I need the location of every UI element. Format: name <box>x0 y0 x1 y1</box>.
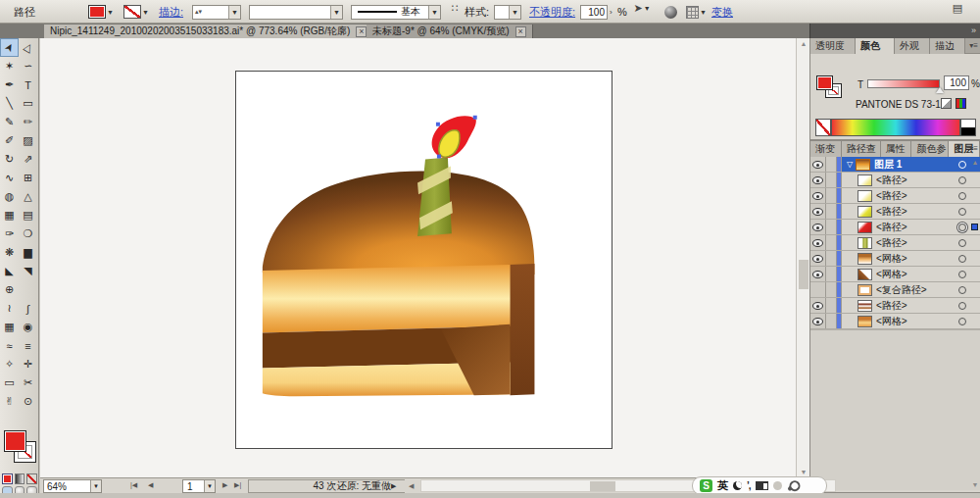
tint-slider[interactable] <box>867 79 940 88</box>
target-circle-icon[interactable] <box>958 255 966 263</box>
scroll-down-icon[interactable]: ▼ <box>797 469 810 475</box>
visibility-toggle[interactable] <box>810 235 826 250</box>
symbol-sprayer-tool-icon[interactable]: ❋ <box>0 243 19 262</box>
vertical-scrollbar[interactable]: ▲ ▼ <box>796 38 809 477</box>
scroll-up-icon[interactable]: ▲ <box>970 159 980 166</box>
recolor-artwork-icon[interactable] <box>664 0 677 24</box>
visibility-toggle[interactable] <box>810 173 826 187</box>
lock-toggle[interactable] <box>826 267 837 281</box>
close-icon[interactable]: × <box>356 26 367 37</box>
rotate-tool-icon[interactable]: ↻ <box>0 150 19 169</box>
white-black-swatches[interactable] <box>960 119 976 136</box>
live-paint-bucket-tool-icon[interactable]: ◣ <box>0 262 19 280</box>
object-row[interactable]: <路径> <box>810 220 980 235</box>
hand-tool-icon[interactable]: ✌ <box>0 392 19 411</box>
object-row[interactable]: <路径> <box>810 188 980 204</box>
first-artboard-icon[interactable]: |◀ <box>130 481 137 489</box>
artboard-number-field[interactable]: 1▼ <box>182 479 216 493</box>
tab-document-2[interactable]: 未标题-9* @ 64% (CMYK/预览) × <box>367 25 533 38</box>
perspective-grid-tool-icon[interactable]: △ <box>19 187 37 206</box>
object-row[interactable]: <路径> <box>810 235 980 251</box>
tab-color-guide[interactable]: 颜色参 <box>911 141 949 157</box>
zoom-level-combo[interactable]: 64%▼ <box>43 479 102 493</box>
layer-row[interactable]: ▽图层 1 <box>810 157 980 173</box>
gradient-button[interactable] <box>15 473 25 484</box>
keyboard-icon[interactable] <box>756 481 768 490</box>
visibility-toggle[interactable] <box>810 188 826 203</box>
shape-builder-tool-icon[interactable]: ◍ <box>0 187 19 206</box>
free-transform-tool-icon[interactable]: ⊞ <box>19 169 37 187</box>
scale-tool-icon[interactable]: ⇗ <box>19 150 37 169</box>
type-tool-icon[interactable]: T <box>19 75 37 94</box>
object-row[interactable]: <路径> <box>810 173 980 188</box>
tab-stroke[interactable]: 描边 <box>930 38 965 54</box>
rectangle-tool-icon[interactable]: ▭ <box>19 94 37 113</box>
object-row[interactable]: <网格> <box>810 251 980 267</box>
tab-appearance[interactable]: 外观 <box>895 38 930 54</box>
scroll-down-icon[interactable]: ▼ <box>970 481 980 488</box>
artboard-tool-icon[interactable]: ▭ <box>0 374 19 392</box>
panel-fill-stroke[interactable] <box>816 75 846 103</box>
mesh-tool-icon[interactable]: ▦ <box>0 206 19 224</box>
ime-skin-icon[interactable] <box>773 481 782 490</box>
next-artboard-icon[interactable]: ▶ <box>222 481 227 489</box>
live-paint-selection-tool-icon[interactable]: ◥ <box>19 262 37 280</box>
direct-selection-tool-icon[interactable]: ▷ <box>19 38 37 57</box>
scrollbar-thumb[interactable] <box>799 260 808 289</box>
paintbrush-tool-icon[interactable]: ✎ <box>0 113 19 131</box>
width-tool-icon[interactable]: ∿ <box>0 169 19 187</box>
opacity-link[interactable]: 不透明度: <box>529 0 575 24</box>
eyedropper-sample-tool-icon[interactable]: ✧ <box>0 355 19 374</box>
scroll-left-icon[interactable]: ◀ <box>409 482 414 490</box>
object-row[interactable]: <复合路径> <box>810 282 980 298</box>
visibility-toggle[interactable] <box>810 220 826 234</box>
tab-attributes[interactable]: 属性 <box>881 141 912 157</box>
brush-definition-combo[interactable]: 基本 ▼ <box>351 0 441 24</box>
spot-color-icon[interactable] <box>956 98 966 109</box>
none-button[interactable] <box>26 473 37 484</box>
lock-toggle[interactable] <box>826 235 837 250</box>
target-circle-icon[interactable] <box>958 302 966 310</box>
scroll-up-icon[interactable]: ▲ <box>797 40 810 47</box>
visibility-toggle[interactable] <box>810 314 826 328</box>
lock-toggle[interactable] <box>826 204 837 219</box>
scrollbar-thumb[interactable] <box>590 481 615 491</box>
select-similar-icon[interactable]: ➤▼ <box>633 0 651 17</box>
tab-pathfinder[interactable]: 路径查 <box>842 141 881 157</box>
expand-triangle-icon[interactable]: ▽ <box>844 160 856 169</box>
selection-tool-icon[interactable]: ➤ <box>0 38 19 57</box>
lock-toggle[interactable] <box>826 188 837 203</box>
close-icon[interactable]: × <box>515 26 526 37</box>
target-circle-icon[interactable] <box>958 286 966 294</box>
fill-swatch[interactable] <box>4 430 26 452</box>
panel-menu-icon[interactable]: ▾≡ <box>969 41 978 50</box>
moon-icon[interactable] <box>733 481 742 490</box>
tab-color[interactable]: 颜色 <box>856 38 895 54</box>
color-spectrum-bar[interactable] <box>831 119 960 136</box>
target-circle-icon[interactable] <box>958 161 966 169</box>
style-combo[interactable]: ▼ <box>494 0 521 24</box>
ime-language-toggle[interactable]: 英 <box>717 478 728 493</box>
fill-color-swatch[interactable]: ▼ <box>88 0 114 24</box>
visibility-toggle[interactable] <box>810 204 826 219</box>
wrench-icon[interactable] <box>787 480 798 491</box>
visibility-toggle[interactable] <box>810 298 826 313</box>
target-circle-icon[interactable] <box>958 271 966 278</box>
opacity-field[interactable]: 100 <box>580 0 608 24</box>
pucker-tool-icon[interactable]: ∫ <box>19 299 37 318</box>
fill-swatch[interactable] <box>816 75 833 90</box>
selected-art-indicator[interactable] <box>971 224 978 230</box>
canvas-area[interactable] <box>40 38 796 477</box>
tint-slider-handle[interactable] <box>936 87 944 93</box>
lasso-tool-icon[interactable]: ∽ <box>19 57 37 75</box>
gradient-tool-icon[interactable]: ▤ <box>19 206 37 224</box>
target-circle-icon[interactable] <box>958 176 966 184</box>
sogou-logo-icon[interactable]: S <box>700 479 712 492</box>
variable-width-combo[interactable]: ▼ <box>249 0 343 24</box>
tab-transparency[interactable]: 透明度 <box>810 38 856 54</box>
lock-toggle[interactable] <box>826 314 837 328</box>
crop-area-tool-icon[interactable]: ⊕ <box>0 280 19 299</box>
collapse-panels-icon[interactable]: » <box>971 25 975 35</box>
pen-tool-icon[interactable]: ✒ <box>0 75 19 94</box>
eyedropper-tool-icon[interactable]: ✑ <box>0 224 19 243</box>
